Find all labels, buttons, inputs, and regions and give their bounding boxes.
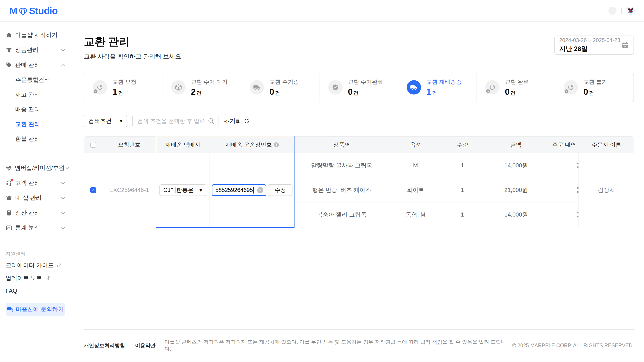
status-card-unit: 건 xyxy=(275,90,280,96)
status-card-exchange-unavailable[interactable]: ↺× 교환 불가 0건 xyxy=(555,73,634,102)
sidebar-subitem-order-search[interactable]: 주문통합검색 xyxy=(0,72,84,87)
status-card-pickup-complete[interactable]: 교환 수거완료 0건 xyxy=(320,73,398,102)
support-link-label: 크리에이터 가이드 xyxy=(6,261,54,269)
option-cell: 돔형, M xyxy=(389,202,442,227)
column-header-order-detail: 주문 내역 xyxy=(550,137,579,153)
order-detail-cell[interactable] xyxy=(550,178,579,202)
sidebar-item-membership[interactable]: 멤버십/커미션/후원 xyxy=(0,160,84,175)
notification-dot xyxy=(11,179,13,181)
terms-link[interactable]: 이용약관 xyxy=(135,342,156,349)
marpple-studio-logo[interactable]: M Studio xyxy=(10,5,58,16)
status-card-label: 교환 수거완료 xyxy=(348,78,383,86)
price-cell: 14,000원 xyxy=(482,202,550,227)
status-card-label: 교환 완료 xyxy=(505,78,529,86)
sidebar-subitem-exchange[interactable]: 교환 관리 xyxy=(0,117,84,131)
tracking-number-input[interactable]: 585259264695 × xyxy=(212,184,266,196)
reset-button[interactable]: 초기화 xyxy=(224,117,250,125)
qty-cell: 1 xyxy=(442,202,482,227)
sidebar-item-products[interactable]: 상품관리 xyxy=(0,42,84,57)
page-footer: 개인정보처리방침 이용약관 마플샵 콘텐츠의 저작권은 저작권자 또는 제공처에… xyxy=(84,329,634,362)
column-header-option: 옵션 xyxy=(389,137,442,153)
creator-guide-link[interactable]: 크리에이터 가이드 xyxy=(6,259,84,272)
sidebar-item-myshop[interactable]: 내 샵 관리 xyxy=(0,190,84,205)
status-card-count: 0 xyxy=(348,87,353,96)
topbar-right xyxy=(608,7,634,15)
status-card-pickup-in-progress[interactable]: 교환 수거중 0건 xyxy=(241,73,320,102)
diamond-icon xyxy=(6,165,12,171)
sidebar-item-settlement[interactable]: 정산 관리 xyxy=(0,205,84,220)
copyright-notice: 마플샵 콘텐츠의 저작권은 저작권자 또는 제공처에 있으며, 이를 무단 사용… xyxy=(164,339,512,353)
subitem-label: 교환 관리 xyxy=(15,120,40,128)
status-card-unit: 건 xyxy=(353,90,358,96)
order-detail-cell[interactable] xyxy=(550,202,579,227)
sidebar-subitem-shipping[interactable]: 배송 관리 xyxy=(0,102,84,117)
sidebar-subitem-inventory[interactable]: 재고 관리 xyxy=(0,87,84,102)
logo-word-studio: Studio xyxy=(29,5,58,16)
search-filter-select[interactable]: 검색조건 ▼ xyxy=(84,115,127,127)
option-cell: 화이트 xyxy=(389,178,442,202)
tshirt-icon xyxy=(6,47,12,53)
privacy-policy-link[interactable]: 개인정보처리방침 xyxy=(84,342,125,349)
date-range-picker[interactable]: 2024-03-26 ~ 2025-04-23 지난 28일 xyxy=(554,35,634,55)
table-header-checkbox-cell xyxy=(84,137,102,153)
row-checkbox[interactable]: ✓ xyxy=(90,187,96,193)
status-card-unit: 건 xyxy=(510,90,516,96)
calculator-icon xyxy=(6,210,12,216)
select-all-checkbox[interactable] xyxy=(90,142,96,148)
product-name-cell: 복숭아 젤리 그립톡 xyxy=(295,202,389,227)
row-checkbox-cell: ✓ xyxy=(84,153,102,227)
chevron-down-icon xyxy=(60,225,66,231)
headset-icon xyxy=(6,180,12,186)
sidebar-item-sales[interactable]: 판매 관리 xyxy=(0,57,84,72)
sidebar-item-customers[interactable]: 고객 관리 xyxy=(0,175,84,190)
badge-check-icon xyxy=(328,80,342,94)
profile-avatar[interactable] xyxy=(608,7,616,15)
column-header-tracking-label: 재배송 운송장번호 xyxy=(226,141,272,148)
status-card-redelivery-in-progress[interactable]: 교환 재배송중 1건 xyxy=(398,73,476,102)
page-subtitle: 교환 사항을 확인하고 관리해 보세요. xyxy=(84,52,183,60)
exchange-status-cards: ↺+ 교환 요청 1건 교환 수거 대기 2건 교환 수거중 0건 xyxy=(84,73,634,102)
external-link-icon xyxy=(57,263,62,268)
status-card-exchange-request[interactable]: ↺+ 교환 요청 1건 xyxy=(84,73,162,102)
qty-cell: 1 xyxy=(442,178,482,202)
exchange-request-icon: ↺+ xyxy=(93,80,107,94)
korea-flag-icon[interactable] xyxy=(626,7,634,15)
sidebar-item-analytics[interactable]: 통계 분석 xyxy=(0,220,84,235)
faq-link[interactable]: FAQ xyxy=(6,285,84,297)
edit-button[interactable]: 수정 xyxy=(268,184,292,196)
support-section-title: 지원센터 xyxy=(6,249,84,259)
info-icon[interactable]: i xyxy=(274,142,279,147)
search-box xyxy=(132,115,218,127)
clear-input-icon[interactable]: × xyxy=(257,187,264,193)
footer-divider xyxy=(130,343,130,348)
status-card-count: 0 xyxy=(505,87,510,96)
dropdown-arrow-icon: ▼ xyxy=(199,188,202,192)
status-card-unit: 건 xyxy=(118,90,123,96)
sidebar-item-label: 정산 관리 xyxy=(15,209,40,217)
update-notes-link[interactable]: 업데이트 노트 xyxy=(6,272,84,285)
search-input[interactable] xyxy=(137,117,206,124)
status-card-label: 교환 재배송중 xyxy=(426,78,462,86)
status-card-pickup-waiting[interactable]: 교환 수거 대기 2건 xyxy=(162,73,241,102)
status-card-count: 1 xyxy=(112,87,117,96)
status-card-label: 교환 수거 대기 xyxy=(191,78,228,86)
status-card-exchange-complete[interactable]: ↺♥ 교환 완료 0건 xyxy=(476,73,555,102)
home-icon xyxy=(6,32,12,38)
search-row: 검색조건 ▼ 초기화 xyxy=(84,115,634,127)
price-cell: 14,000원 xyxy=(482,153,550,178)
status-card-count: 2 xyxy=(191,87,196,96)
contact-marppleshop-button[interactable]: 마플샵에 문의하기 xyxy=(6,303,65,316)
plus-badge-icon: + xyxy=(93,89,98,94)
sidebar-item-label: 내 샵 관리 xyxy=(15,194,42,202)
sidebar-item-home[interactable]: 마플샵 시작하기 xyxy=(0,27,84,42)
orderer-cell: 김상사 xyxy=(579,153,634,227)
page-head-text: 교환 관리 교환 사항을 확인하고 관리해 보세요. xyxy=(84,35,183,60)
search-icon[interactable] xyxy=(208,117,214,124)
sidebar-subitem-refund[interactable]: 환불 관리 xyxy=(0,131,84,146)
order-detail-cell[interactable] xyxy=(550,153,579,178)
page-title: 교환 관리 xyxy=(84,35,183,48)
subitem-label: 주문통합검색 xyxy=(15,76,50,84)
column-header-tracking: 재배송 운송장번호 i xyxy=(210,137,295,153)
courier-select[interactable]: CJ대한통운 ▼ xyxy=(160,184,206,196)
support-link-label: FAQ xyxy=(6,287,17,294)
